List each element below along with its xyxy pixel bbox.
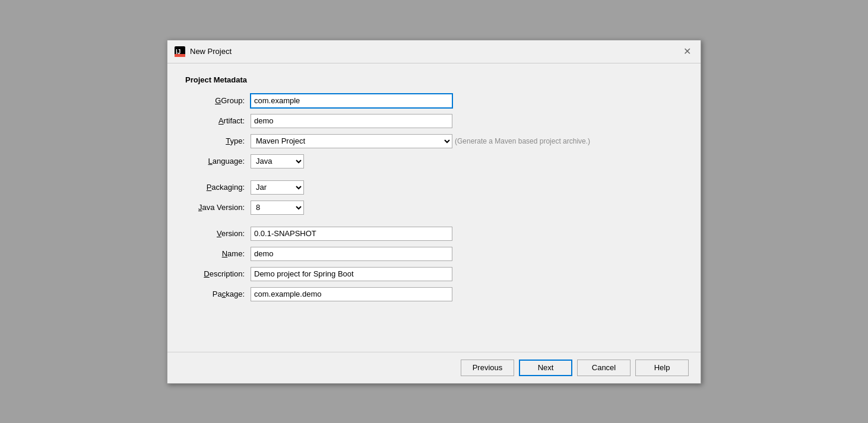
description-label: Description: xyxy=(185,269,251,278)
artifact-label: Artifact: xyxy=(185,116,251,125)
next-button[interactable]: Next xyxy=(519,360,572,376)
language-row: Language: Java Kotlin Groovy xyxy=(185,154,683,168)
help-button[interactable]: Help xyxy=(635,360,689,376)
titlebar: IJ New Project ✕ xyxy=(167,40,701,63)
app-icon: IJ xyxy=(175,46,185,57)
language-label: Language: xyxy=(185,157,251,166)
packaging-label: Packaging: xyxy=(185,183,251,192)
java-version-row: Java Version: 8 11 17 xyxy=(185,201,683,215)
version-label: Version: xyxy=(185,229,251,238)
type-select[interactable]: Maven Project Gradle Project xyxy=(251,134,452,148)
packaging-row: Packaging: Jar War xyxy=(185,180,683,195)
description-input[interactable] xyxy=(251,267,452,281)
group-label: GGroup: xyxy=(185,96,251,105)
section-title: Project Metadata xyxy=(185,75,683,84)
close-button[interactable]: ✕ xyxy=(680,45,693,58)
artifact-input[interactable] xyxy=(251,114,452,128)
svg-rect-2 xyxy=(175,54,185,57)
type-hint: (Generate a Maven based project archive.… xyxy=(455,137,590,145)
packaging-select[interactable]: Jar War xyxy=(251,180,304,195)
language-select[interactable]: Java Kotlin Groovy xyxy=(251,154,304,168)
name-label: Name: xyxy=(185,249,251,258)
group-input[interactable] xyxy=(251,94,452,108)
type-row: Type: Maven Project Gradle Project (Gene… xyxy=(185,134,683,148)
name-input[interactable] xyxy=(251,247,452,261)
java-version-label: Java Version: xyxy=(185,203,251,212)
type-label: Type: xyxy=(185,136,251,145)
title-area: IJ New Project xyxy=(175,46,232,57)
dialog-title: New Project xyxy=(190,47,232,56)
dialog-content: Project Metadata GGroup: Artifact: Type:… xyxy=(167,63,701,352)
cancel-button[interactable]: Cancel xyxy=(577,360,631,376)
group-row: GGroup: xyxy=(185,94,683,108)
previous-button[interactable]: Previous xyxy=(461,360,514,376)
dialog-footer: Previous Next Cancel Help xyxy=(167,352,701,383)
version-row: Version: xyxy=(185,227,683,241)
java-version-select[interactable]: 8 11 17 xyxy=(251,201,304,215)
package-input[interactable] xyxy=(251,287,452,301)
new-project-dialog: IJ New Project ✕ Project Metadata GGroup… xyxy=(167,40,701,384)
type-select-wrapper: Maven Project Gradle Project (Generate a… xyxy=(251,134,590,148)
package-row: Package: xyxy=(185,287,683,301)
artifact-row: Artifact: xyxy=(185,114,683,128)
name-row: Name: xyxy=(185,247,683,261)
package-label: Package: xyxy=(185,290,251,298)
version-input[interactable] xyxy=(251,227,452,241)
description-row: Description: xyxy=(185,267,683,281)
